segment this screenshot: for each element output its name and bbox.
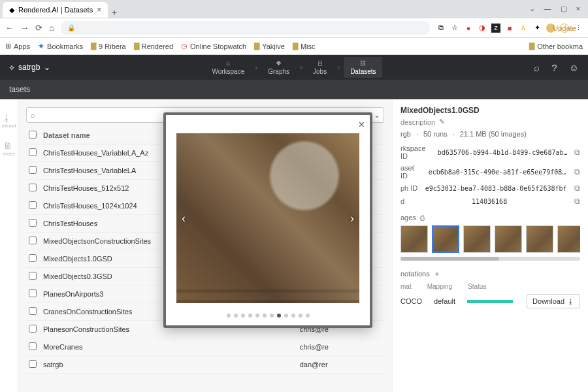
thumbnail[interactable] (526, 225, 553, 253)
share-icon[interactable]: ⧉ (436, 24, 446, 33)
search-icon: ⌕ (31, 111, 35, 119)
annotations-header: notations + (400, 270, 580, 278)
ext-icon[interactable]: ◑ (478, 24, 487, 33)
select-all-checkbox[interactable] (29, 131, 37, 139)
close-icon[interactable]: × (97, 5, 101, 14)
chevron-down-icon[interactable]: ⌄ (529, 5, 535, 13)
row-checkbox[interactable] (29, 307, 37, 315)
row-checkbox[interactable] (29, 325, 37, 333)
row-checkbox[interactable] (29, 237, 37, 244)
row-checkbox[interactable] (29, 289, 37, 297)
copy-icon[interactable]: ⧉ (574, 184, 580, 193)
ext-icon[interactable]: ■ (505, 24, 514, 33)
thumbnail[interactable] (432, 225, 459, 253)
pagination-dot[interactable] (227, 314, 231, 318)
row-checkbox[interactable] (29, 219, 37, 227)
table-row[interactable]: satrgbdan@rer (26, 356, 384, 374)
pagination-dot[interactable] (299, 314, 302, 318)
id-value: 114036168 (472, 198, 507, 205)
bookmark-item[interactable]: ◷Online Stopwatch (181, 42, 246, 50)
delete-rail-button[interactable]: 🗎elete (3, 140, 14, 157)
menu-icon[interactable]: ⋮ (574, 24, 583, 33)
images-section-label: ages ⎙ (400, 214, 580, 221)
thumbnail[interactable] (495, 225, 522, 253)
copy-icon[interactable]: ⧉ (574, 167, 580, 176)
rss-icon[interactable]: እ (519, 24, 528, 33)
help-icon[interactable]: ? (551, 62, 557, 73)
row-checkbox[interactable] (29, 254, 37, 262)
thumbnail-scrollbar[interactable] (400, 257, 580, 261)
nav-datasets[interactable]: ☷Datasets (344, 57, 382, 78)
jobs-icon: ⌸ (318, 59, 322, 67)
bookmark-item[interactable]: ▇Yakjive (254, 42, 285, 50)
nav-jobs[interactable]: ⌸Jobs (306, 57, 333, 78)
ext-icon[interactable]: ● (464, 24, 473, 33)
camera-icon[interactable]: ⎙ (420, 214, 425, 221)
download-button[interactable]: Download ⭳ (527, 294, 580, 308)
thumbnail[interactable] (400, 225, 428, 253)
pagination-dot[interactable] (241, 314, 245, 318)
bookmark-item[interactable]: ▇9 Ribera (91, 42, 126, 50)
pagination-dot[interactable] (277, 314, 281, 318)
nav-workspace[interactable]: ⌂Workspace (205, 57, 251, 78)
other-bookmarks[interactable]: ▇Other bookma (529, 42, 583, 50)
edit-icon[interactable]: ✎ (439, 118, 445, 126)
forward-icon[interactable]: → (20, 23, 29, 33)
pagination-dot[interactable] (255, 314, 259, 318)
download-icon: ⭳ (567, 297, 574, 305)
thumbnail[interactable] (557, 225, 580, 253)
pagination-dot[interactable] (248, 314, 252, 318)
pagination-dot[interactable] (284, 314, 288, 318)
row-checkbox[interactable] (29, 342, 37, 350)
pagination-dot[interactable] (306, 314, 310, 318)
update-button[interactable]: Update (560, 24, 569, 33)
row-checkbox[interactable] (29, 148, 37, 156)
download-rail-button[interactable]: ⭳mload (2, 112, 16, 129)
maximize-icon[interactable]: ▢ (561, 5, 567, 13)
pagination-dot[interactable] (270, 314, 274, 318)
minimize-icon[interactable]: — (544, 5, 551, 13)
home-icon[interactable]: ⌂ (49, 23, 54, 33)
nav-graphs[interactable]: ❖Graphs (261, 57, 296, 78)
app-header: ⟡ satrgb ⌄ ⌂Workspace › ❖Graphs › ⌸Jobs … (0, 55, 588, 80)
prev-arrow-icon[interactable]: ‹ (182, 212, 186, 225)
browser-tab[interactable]: ◆ Rendered.AI | Datasets × (3, 2, 108, 18)
row-checkbox[interactable] (29, 272, 37, 280)
window-controls: ⌄ — ▢ × (524, 5, 585, 13)
row-checkbox[interactable] (29, 166, 37, 174)
url-input[interactable]: 🔒 (61, 21, 430, 35)
row-name: MoreCranes (41, 338, 297, 356)
new-tab-button[interactable]: + (108, 7, 121, 18)
copy-icon[interactable]: ⧉ (574, 197, 580, 206)
pagination-dot[interactable] (263, 314, 267, 318)
plus-icon[interactable]: + (435, 270, 439, 278)
trash-icon: 🗎 (3, 140, 14, 151)
bookmark-item[interactable]: ▇Misc (293, 42, 316, 50)
thumbnail[interactable] (463, 225, 491, 253)
chevron-down-icon[interactable]: ⌄ (374, 112, 380, 119)
table-row[interactable]: MoreCraneschris@re (26, 338, 384, 356)
next-arrow-icon[interactable]: › (350, 212, 354, 225)
id-value: e9c53032-bea7-4083-b88a-0e65f2638fbf (425, 185, 567, 192)
close-icon[interactable]: × (576, 5, 580, 13)
row-checkbox[interactable] (29, 184, 37, 191)
user-icon[interactable]: ☺ (569, 62, 579, 73)
copy-icon[interactable]: ⧉ (574, 148, 580, 157)
pagination-dot[interactable] (291, 314, 295, 318)
search-icon[interactable]: ⌕ (534, 62, 540, 73)
bookmark-item[interactable]: ▇Rendered (134, 42, 173, 50)
back-icon[interactable]: ← (5, 23, 14, 33)
id-label: rkspace ID (400, 144, 433, 160)
puzzle-icon[interactable]: ✦ (532, 24, 542, 33)
bookmark-item[interactable]: ⊞Apps (5, 42, 30, 50)
description-row[interactable]: description ✎ (400, 118, 580, 126)
close-icon[interactable]: × (359, 119, 365, 131)
row-checkbox[interactable] (29, 360, 37, 368)
ext-icon[interactable]: Z (491, 24, 500, 33)
workspace-selector[interactable]: ⟡ satrgb ⌄ (9, 63, 50, 72)
row-checkbox[interactable] (29, 201, 37, 209)
bookmark-item[interactable]: ★Bookmarks (38, 42, 83, 50)
reload-icon[interactable]: ⟳ (35, 23, 42, 33)
star-icon[interactable]: ☆ (450, 24, 459, 33)
pagination-dot[interactable] (234, 314, 238, 318)
